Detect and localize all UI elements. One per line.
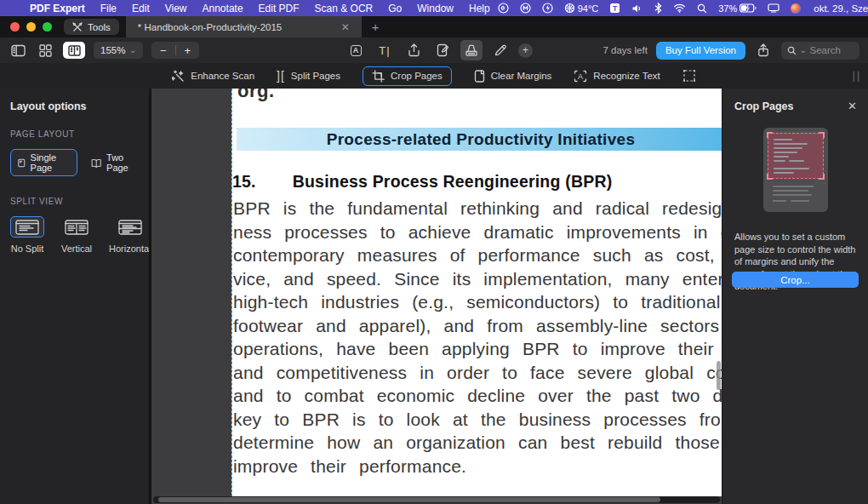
crop-illustration [763,128,828,212]
volume-icon[interactable] [631,3,643,14]
menu-annotate[interactable]: Annotate [195,3,251,14]
two-page-option[interactable]: Two Page [91,152,139,173]
menu-file[interactable]: File [93,3,124,14]
vertical-split-option[interactable]: Vertical [60,216,94,254]
clear-margins-icon [474,70,485,83]
no-split-icon [15,220,39,235]
scan-ocr-toolbar: Enhance Scan ][ Split Pages Crop Pages C… [0,63,868,89]
body-line: key to BPR is to look at the business pr… [233,408,722,432]
recognize-text-icon: A [574,70,587,83]
body-line: and competitiveness in order to face sev… [233,361,722,385]
menu-edit[interactable]: Edit [124,3,157,14]
sidebar-toggle-button[interactable] [9,42,27,59]
scan-ocr-tool-button[interactable] [460,40,483,60]
split-view-section-label: SPLIT VIEW [10,197,139,206]
body-line: operations, have been applying BPR to im… [233,337,722,361]
enhance-scan-label: Enhance Scan [191,71,254,81]
battery-indicator[interactable]: 37% [718,3,757,14]
annotate-icon: A [351,45,362,56]
thumbnail-grid-button[interactable] [36,42,54,59]
bolt-circle-icon[interactable] [542,3,553,14]
page-view-button[interactable] [63,42,85,59]
tools-icon [72,22,83,32]
add-tool-button[interactable]: + [518,43,533,58]
menu-edit-pdf[interactable]: Edit PDF [251,3,307,14]
body-paragraph: BPR is the fundamental rethinking and ra… [233,197,722,478]
clear-margins-button[interactable]: Clear Margins [474,70,552,83]
pdf-page[interactable]: org. Process-related Productivity Initia… [231,89,722,496]
horizontal-scrollbar-thumb[interactable] [158,497,660,502]
pen-icon [494,43,507,57]
search-input[interactable]: ⌄ Search [781,42,859,60]
single-page-option[interactable]: Single Page [10,149,77,176]
m-circle-icon[interactable] [520,3,531,14]
body-line: ness processes to achieve dramatic impro… [233,220,722,244]
magic-wand-icon [172,70,185,83]
body-line: vice, and speed. Since its implementatio… [233,267,722,291]
crop-action-button[interactable]: Crop... [732,272,859,288]
single-page-label: Single Page [31,152,70,173]
body-line: BPR is the fundamental rethinking and ra… [233,197,722,220]
fan-temp-indicator[interactable]: 94°C [564,3,599,14]
fill-sign-icon [437,43,449,57]
close-panel-icon[interactable]: ✕ [848,100,857,112]
horizontal-split-option[interactable]: Horizontal [109,216,151,254]
horizontal-split-icon [118,220,142,235]
zoom-level-dropdown[interactable]: 155% ⌄ [94,42,143,59]
page-layout-section-label: PAGE LAYOUT [10,129,139,139]
display-mirroring-icon[interactable] [768,3,779,13]
text-edit-icon: T| [379,44,390,57]
recognize-text-button[interactable]: A Recognize Text [574,70,660,83]
menu-app[interactable]: PDF Expert [22,3,93,14]
minimize-window-button[interactable] [26,22,36,32]
search-scope-chevron-icon: ⌄ [800,46,807,54]
close-window-button[interactable] [10,22,20,32]
no-split-option[interactable]: No Split [10,216,44,254]
split-pages-icon: ][ [277,69,285,83]
menu-view[interactable]: View [157,3,195,14]
fill-sign-tool-button[interactable] [431,40,454,60]
crop-region-graphic [768,133,824,179]
marquee-selection-icon [682,69,696,83]
menu-help[interactable]: Help [461,3,498,14]
menubar-clock[interactable]: okt. 29., Sze 13:47 [814,3,868,14]
teams-icon[interactable]: T [609,3,620,14]
tools-button[interactable]: Tools [64,19,119,35]
zoom-window-button[interactable] [43,22,52,32]
zoom-out-button[interactable]: − [151,44,175,57]
document-tab[interactable]: * Handbook-on-Productivity-2015 ✕ [126,16,362,37]
split-pages-button[interactable]: ][ Split Pages [277,69,340,83]
tab-close-icon[interactable]: ✕ [338,21,353,33]
section-heading: 15. Business Process Reengineering (BPR) [232,172,612,192]
body-line: high-tech industries (e.g., semiconducto… [233,290,722,314]
document-viewport[interactable]: org. Process-related Productivity Initia… [149,89,722,504]
panel-resize-handle[interactable]: || [853,70,861,82]
page-text-fragment: org. [237,89,275,102]
section-banner: Process-related Productivity Initiatives [237,128,722,151]
new-tab-button[interactable]: + [362,20,390,34]
menu-window[interactable]: Window [409,3,461,14]
bluetooth-icon[interactable] [654,3,662,14]
buy-full-version-button[interactable]: Buy Full Version [656,42,745,60]
crop-pages-label: Crop Pages [391,71,443,81]
tab-title: * Handbook-on-Productivity-2015 [138,22,338,32]
creative-cloud-icon[interactable] [498,3,509,14]
vertical-scrollbar[interactable] [717,361,721,390]
pen-tool-button[interactable] [489,40,511,60]
browser-sphere-icon[interactable] [791,3,801,14]
edit-text-tool-button[interactable]: T| [374,40,396,60]
zoom-in-button[interactable]: + [176,44,200,57]
search-placeholder: Search [810,45,841,55]
menu-go[interactable]: Go [380,3,409,14]
enhance-scan-button[interactable]: Enhance Scan [172,70,254,83]
wifi-icon[interactable] [673,3,686,13]
vertical-split-label: Vertical [61,243,92,254]
export-tool-button[interactable] [403,40,425,60]
horizontal-scrollbar-track[interactable] [153,496,720,503]
menu-scan-ocr[interactable]: Scan & OCR [307,3,381,14]
crop-pages-button[interactable]: Crop Pages [363,66,452,86]
spotlight-search-icon[interactable] [697,3,707,14]
marquee-select-button[interactable] [682,69,696,83]
annotate-tool-button[interactable]: A [345,40,367,60]
share-button[interactable] [754,42,773,59]
